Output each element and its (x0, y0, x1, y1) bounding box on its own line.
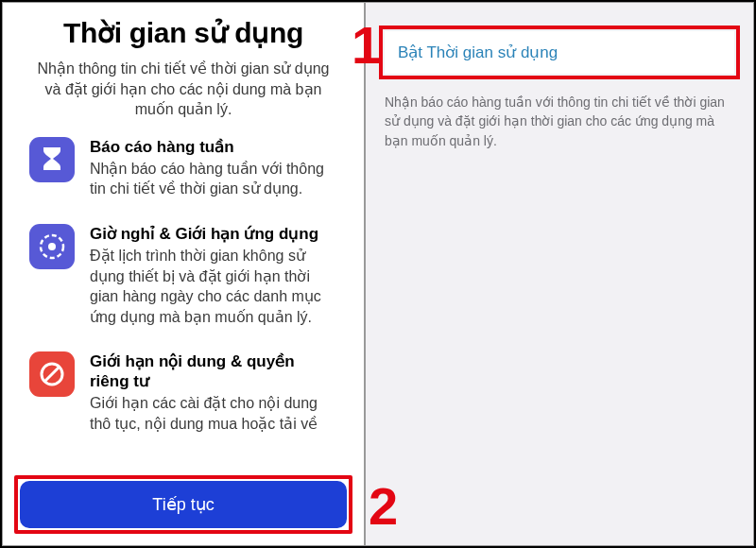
page-subtitle: Nhận thông tin chi tiết về thời gian sử … (29, 59, 337, 120)
screentime-settings-panel: Bật Thời gian sử dụng Nhận báo cáo hàng … (365, 2, 754, 546)
feature-downtime-desc: Đặt lịch trình thời gian không sử dụng t… (90, 246, 337, 327)
svg-line-3 (44, 367, 60, 382)
feature-downtime-limits: Giờ nghỉ & Giới hạn ứng dụng Đặt lịch tr… (29, 224, 337, 327)
continue-highlight: Tiếp tục (14, 475, 352, 534)
screentime-intro-panel: Thời gian sử dụng Nhận thông tin chi tiế… (2, 2, 365, 546)
page-title: Thời gian sử dụng (29, 16, 337, 49)
enable-highlight: Bật Thời gian sử dụng (379, 26, 740, 79)
clock-icon (29, 224, 75, 269)
hourglass-icon (29, 137, 75, 182)
bottom-bar: Tiếp tục (3, 468, 364, 545)
feature-weekly-desc: Nhận báo cáo hàng tuần với thông tin chi… (90, 159, 337, 199)
feature-content-desc: Giới hạn các cài đặt cho nội dung thô tụ… (90, 393, 337, 434)
feature-weekly-title: Báo cáo hàng tuần (90, 137, 337, 157)
feature-weekly-report: Báo cáo hàng tuần Nhận báo cáo hàng tuần… (29, 137, 337, 199)
intro-scroll: Thời gian sử dụng Nhận thông tin chi tiế… (3, 3, 364, 468)
enable-screentime-desc: Nhận báo cáo hàng tuần với thông tin chi… (379, 93, 740, 150)
svg-point-1 (48, 243, 56, 250)
continue-button[interactable]: Tiếp tục (20, 481, 347, 528)
no-entry-icon (29, 351, 75, 397)
feature-downtime-title: Giờ nghỉ & Giới hạn ứng dụng (90, 224, 337, 244)
feature-content-privacy: Giới hạn nội dung & quyền riêng tư Giới … (29, 351, 337, 434)
feature-content-title: Giới hạn nội dung & quyền riêng tư (90, 351, 337, 391)
enable-screentime-row[interactable]: Bật Thời gian sử dụng (385, 31, 734, 74)
